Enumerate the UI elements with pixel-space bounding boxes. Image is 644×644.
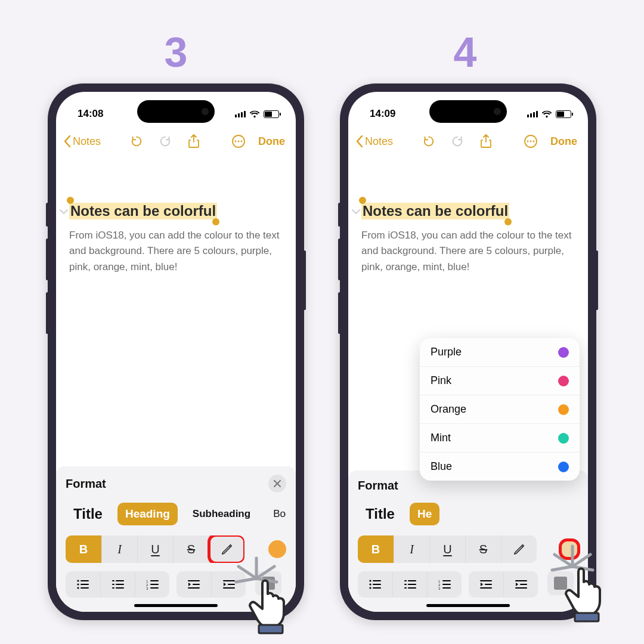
- strike-button[interactable]: S: [465, 535, 501, 563]
- svg-rect-33: [259, 625, 283, 633]
- svg-rect-39: [373, 580, 381, 581]
- dash-list-button[interactable]: [392, 571, 427, 597]
- style-row: Title He: [358, 501, 578, 527]
- svg-rect-44: [404, 580, 407, 581]
- color-item-pink[interactable]: Pink: [420, 367, 580, 395]
- svg-rect-41: [373, 584, 381, 585]
- share-button[interactable]: [185, 132, 203, 150]
- svg-rect-58: [480, 587, 492, 589]
- note-title-selected[interactable]: Notes can be colorful: [69, 203, 217, 219]
- svg-line-32: [236, 578, 256, 582]
- color-item-blue[interactable]: Blue: [420, 453, 580, 481]
- chevron-down-icon: [352, 206, 360, 217]
- outdent-button[interactable]: [469, 571, 503, 597]
- format-title: Format: [358, 479, 398, 493]
- chevron-left-icon: [63, 135, 72, 147]
- svg-rect-56: [480, 580, 492, 581]
- note-body[interactable]: From iOS18, you can add the colour to th…: [69, 228, 283, 275]
- redo-button[interactable]: [156, 132, 174, 150]
- svg-rect-53: [442, 584, 451, 585]
- svg-rect-46: [404, 584, 407, 585]
- strike-button[interactable]: S: [173, 535, 209, 563]
- color-item-orange[interactable]: Orange: [420, 395, 580, 424]
- svg-line-30: [256, 566, 274, 578]
- wifi-icon: [541, 110, 552, 118]
- svg-point-37: [533, 141, 535, 143]
- style-heading[interactable]: He: [410, 503, 439, 525]
- clock: 14:09: [370, 108, 395, 120]
- number-list-button[interactable]: 123: [135, 571, 169, 597]
- svg-rect-10: [112, 580, 114, 581]
- chevron-down-icon: [60, 206, 68, 217]
- bullet-list-button[interactable]: [66, 571, 100, 597]
- svg-rect-67: [575, 613, 599, 621]
- svg-point-6: [77, 583, 79, 585]
- outdent-button[interactable]: [177, 571, 211, 597]
- svg-rect-7: [80, 584, 89, 585]
- underline-button[interactable]: U: [137, 535, 173, 563]
- svg-line-28: [239, 566, 256, 578]
- tap-cursor: [537, 543, 602, 614]
- dynamic-island: [137, 100, 215, 123]
- style-subheading[interactable]: Subheading: [185, 503, 258, 525]
- dash-list-button[interactable]: [100, 571, 135, 597]
- undo-button[interactable]: [128, 132, 145, 150]
- more-button[interactable]: [230, 132, 247, 150]
- back-button[interactable]: Notes: [355, 135, 393, 148]
- svg-rect-9: [80, 587, 89, 589]
- svg-rect-13: [116, 584, 124, 585]
- svg-text:3: 3: [146, 587, 148, 590]
- svg-point-42: [369, 587, 371, 589]
- back-label: Notes: [73, 135, 101, 148]
- format-title: Format: [66, 477, 106, 491]
- style-heading[interactable]: Heading: [117, 503, 178, 525]
- bold-button[interactable]: B: [358, 535, 394, 563]
- style-title[interactable]: Title: [66, 501, 110, 527]
- share-button[interactable]: [477, 132, 495, 150]
- redo-button[interactable]: [448, 132, 466, 150]
- color-item-purple[interactable]: Purple: [420, 338, 580, 367]
- italic-button[interactable]: I: [394, 535, 429, 563]
- svg-line-64: [572, 555, 590, 566]
- bold-button[interactable]: B: [66, 535, 101, 563]
- note-title-selected[interactable]: Notes can be colorful: [361, 203, 509, 219]
- svg-rect-48: [404, 587, 407, 589]
- svg-point-38: [369, 580, 371, 581]
- wifi-icon: [249, 110, 260, 118]
- note-body[interactable]: From iOS18, you can add the colour to th…: [361, 228, 575, 275]
- svg-rect-11: [116, 580, 124, 581]
- underline-button[interactable]: U: [429, 535, 465, 563]
- step-number-3: 3: [165, 29, 188, 76]
- svg-rect-22: [188, 580, 200, 581]
- back-button[interactable]: Notes: [63, 135, 101, 148]
- done-button[interactable]: Done: [550, 135, 577, 148]
- svg-line-62: [555, 555, 572, 566]
- svg-point-1: [235, 141, 237, 143]
- svg-rect-59: [515, 580, 527, 581]
- svg-rect-60: [520, 584, 527, 585]
- pencil-icon: [513, 543, 526, 556]
- color-item-mint[interactable]: Mint: [420, 424, 580, 453]
- bullet-list-button[interactable]: [358, 571, 392, 597]
- indent-button[interactable]: [503, 571, 538, 597]
- style-body[interactable]: Body: [265, 503, 286, 525]
- number-list-button[interactable]: 123: [427, 571, 462, 597]
- back-label: Notes: [365, 135, 393, 148]
- more-button[interactable]: [522, 132, 540, 150]
- chevron-left-icon: [355, 135, 364, 147]
- svg-point-40: [369, 583, 371, 585]
- home-indicator[interactable]: [426, 604, 510, 607]
- svg-rect-17: [150, 580, 159, 581]
- svg-rect-45: [408, 580, 416, 581]
- style-title[interactable]: Title: [358, 501, 402, 527]
- close-format-button[interactable]: [268, 475, 286, 493]
- cellular-icon: [527, 110, 538, 117]
- svg-text:3: 3: [438, 587, 441, 590]
- italic-button[interactable]: I: [101, 535, 137, 563]
- home-indicator[interactable]: [134, 604, 218, 607]
- undo-button[interactable]: [420, 132, 438, 150]
- svg-rect-23: [193, 584, 200, 585]
- done-button[interactable]: Done: [258, 135, 285, 148]
- highlighter-button[interactable]: [501, 535, 537, 563]
- style-row: Title Heading Subheading Body: [66, 501, 286, 527]
